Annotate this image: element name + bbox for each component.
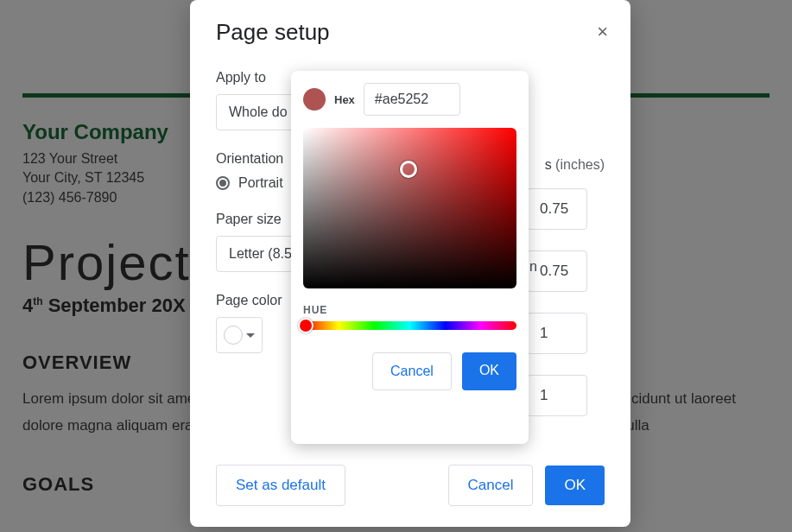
color-circle-icon bbox=[224, 326, 243, 345]
color-preview-dot bbox=[303, 88, 326, 111]
hue-label: HUE bbox=[303, 304, 516, 316]
chevron-down-icon bbox=[246, 333, 255, 338]
margin-partial-label: n bbox=[529, 259, 537, 275]
portrait-label: Portrait bbox=[238, 175, 283, 191]
margin-top-input[interactable] bbox=[527, 188, 587, 230]
set-as-default-button[interactable]: Set as default bbox=[216, 465, 345, 506]
margins-label: s (inches) bbox=[545, 157, 605, 173]
dialog-title: Page setup bbox=[216, 19, 605, 46]
sv-handle[interactable] bbox=[400, 161, 417, 178]
margin-left-input[interactable] bbox=[527, 313, 587, 354]
hex-input[interactable] bbox=[364, 83, 460, 116]
saturation-value-area[interactable] bbox=[303, 128, 516, 288]
ok-button[interactable]: OK bbox=[545, 466, 605, 505]
color-picker-popup: Hex HUE Cancel OK bbox=[291, 71, 529, 444]
picker-cancel-button[interactable]: Cancel bbox=[372, 352, 452, 390]
page-color-swatch[interactable] bbox=[216, 317, 263, 353]
picker-ok-button[interactable]: OK bbox=[462, 352, 516, 390]
portrait-radio[interactable] bbox=[216, 176, 230, 190]
hue-handle[interactable] bbox=[298, 318, 314, 333]
cancel-button[interactable]: Cancel bbox=[448, 465, 534, 506]
close-icon[interactable]: × bbox=[597, 21, 608, 43]
hue-slider[interactable] bbox=[303, 321, 516, 330]
margin-right-input[interactable] bbox=[527, 375, 587, 416]
hex-label: Hex bbox=[334, 93, 355, 106]
